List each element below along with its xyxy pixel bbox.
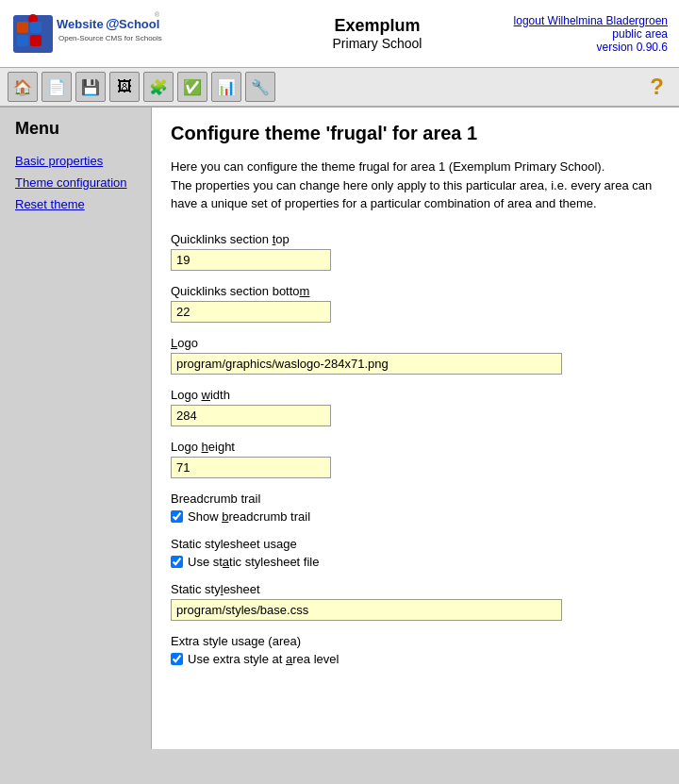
logo-input[interactable] xyxy=(171,353,562,375)
quicklinks-bottom-input[interactable] xyxy=(171,301,331,323)
svg-rect-5 xyxy=(30,35,41,46)
page-title: Configure theme 'frugal' for area 1 xyxy=(171,123,660,144)
static-stylesheet-usage-checkbox-row: Use static stylesheet file xyxy=(171,555,660,569)
logo-width-group: Logo width xyxy=(171,388,660,426)
quicklinks-top-label: Quicklinks section top xyxy=(171,232,660,246)
svg-rect-2 xyxy=(17,22,28,33)
extra-style-checkbox[interactable] xyxy=(171,653,183,665)
logo-group: Logo xyxy=(171,336,660,375)
description-line1: Here you can configure the theme frugal … xyxy=(171,159,604,174)
svg-rect-3 xyxy=(30,22,41,33)
logo-width-label: Logo width xyxy=(171,388,660,402)
user-info: logout Wilhelmina Bladergroen public are… xyxy=(479,14,668,54)
static-stylesheet-group: Static stylesheet xyxy=(171,582,660,621)
quicklinks-bottom-group: Quicklinks section bottom xyxy=(171,284,660,323)
breadcrumb-section-label: Breadcrumb trail xyxy=(171,492,660,506)
toolbar-module-icon[interactable]: 🧩 xyxy=(143,72,174,102)
extra-style-group: Extra style usage (area) Use extra style… xyxy=(171,634,660,666)
help-icon[interactable]: ? xyxy=(642,74,671,100)
description: Here you can configure the theme frugal … xyxy=(171,158,660,213)
description-line2: The properties you can change here only … xyxy=(171,178,652,211)
logo-area: Website @ School Open-Source CMS for Sch… xyxy=(11,8,275,59)
main-layout: Menu Basic properties Theme configuratio… xyxy=(0,108,679,749)
toolbar-tools-icon[interactable]: 🔧 xyxy=(245,72,275,102)
header: Website @ School Open-Source CMS for Sch… xyxy=(0,0,679,68)
logo-height-input[interactable] xyxy=(171,457,331,478)
site-subtitle: Primary School xyxy=(275,36,479,51)
area-text: public area xyxy=(479,27,668,41)
toolbar-check-icon[interactable]: ✅ xyxy=(177,72,207,102)
quicklinks-top-input[interactable] xyxy=(171,249,331,271)
static-stylesheet-input[interactable] xyxy=(171,599,562,621)
logo-image: Website @ School Open-Source CMS for Sch… xyxy=(11,8,172,59)
site-name: Exemplum xyxy=(275,16,479,36)
static-stylesheet-usage-label: Static stylesheet usage xyxy=(171,537,660,551)
breadcrumb-checkbox[interactable] xyxy=(171,510,183,523)
static-stylesheet-usage-checkbox[interactable] xyxy=(171,556,183,568)
toolbar-home-icon[interactable]: 🏠 xyxy=(8,72,38,102)
svg-text:®: ® xyxy=(155,11,160,18)
extra-style-checkbox-label: Use extra style at area level xyxy=(188,652,339,666)
version-text: version 0.90.6 xyxy=(479,41,668,54)
toolbar-stats-icon[interactable]: 📊 xyxy=(211,72,241,102)
svg-text:Open-Source CMS for Schools: Open-Source CMS for Schools xyxy=(58,34,162,42)
toolbar: 🏠 📄 💾 🖼 🧩 ✅ 📊 🔧 ? xyxy=(0,68,679,108)
menu-heading: Menu xyxy=(15,119,136,139)
logout-link[interactable]: logout Wilhelmina Bladergroen xyxy=(479,14,668,27)
content-area: Configure theme 'frugal' for area 1 Here… xyxy=(151,108,679,749)
quicklinks-bottom-label: Quicklinks section bottom xyxy=(171,284,660,298)
breadcrumb-checkbox-label: Show breadcrumb trail xyxy=(188,509,310,524)
sidebar-item-basic-properties[interactable]: Basic properties xyxy=(15,154,136,168)
quicklinks-top-group: Quicklinks section top xyxy=(171,232,660,271)
static-stylesheet-label: Static stylesheet xyxy=(171,582,660,596)
toolbar-page-icon[interactable]: 📄 xyxy=(41,72,72,102)
site-title: Exemplum Primary School xyxy=(275,16,479,51)
sidebar-item-theme-configuration[interactable]: Theme configuration xyxy=(15,175,136,190)
static-stylesheet-usage-checkbox-label: Use static stylesheet file xyxy=(188,555,319,569)
static-stylesheet-usage-group: Static stylesheet usage Use static style… xyxy=(171,537,660,569)
sidebar-item-reset-theme[interactable]: Reset theme xyxy=(15,197,136,211)
logo-height-label: Logo height xyxy=(171,440,660,454)
svg-text:School: School xyxy=(119,17,159,31)
logo-width-input[interactable] xyxy=(171,405,331,426)
svg-text:Website: Website xyxy=(57,17,104,31)
svg-rect-4 xyxy=(17,35,28,46)
toolbar-image-icon[interactable]: 🖼 xyxy=(109,72,140,102)
toolbar-save-icon[interactable]: 💾 xyxy=(75,72,106,102)
logo-height-group: Logo height xyxy=(171,440,660,478)
breadcrumb-group: Breadcrumb trail Show breadcrumb trail xyxy=(171,492,660,524)
breadcrumb-checkbox-row: Show breadcrumb trail xyxy=(171,509,660,524)
logo-label: Logo xyxy=(171,336,660,350)
svg-text:@: @ xyxy=(106,15,120,31)
extra-style-checkbox-row: Use extra style at area level xyxy=(171,652,660,666)
extra-style-usage-label: Extra style usage (area) xyxy=(171,634,660,648)
sidebar: Menu Basic properties Theme configuratio… xyxy=(0,108,151,749)
